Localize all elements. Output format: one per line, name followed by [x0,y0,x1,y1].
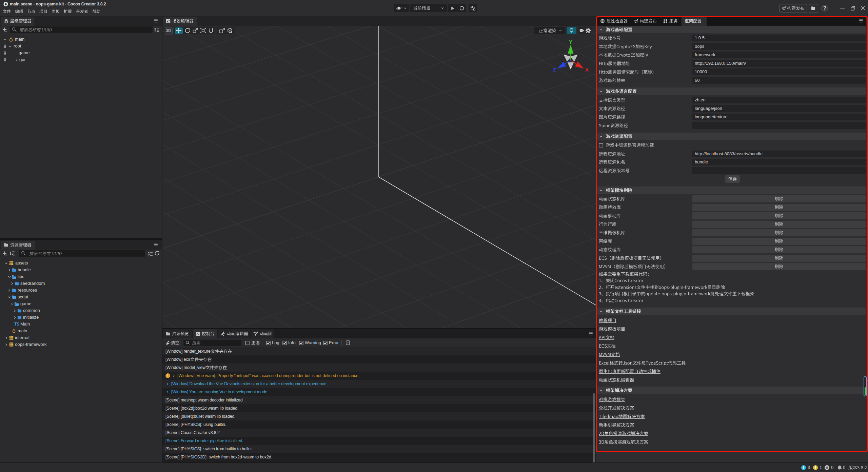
svg-text:Z: Z [553,67,556,73]
svg-text:X: X [585,67,589,73]
svg-text:Y: Y [569,40,572,45]
